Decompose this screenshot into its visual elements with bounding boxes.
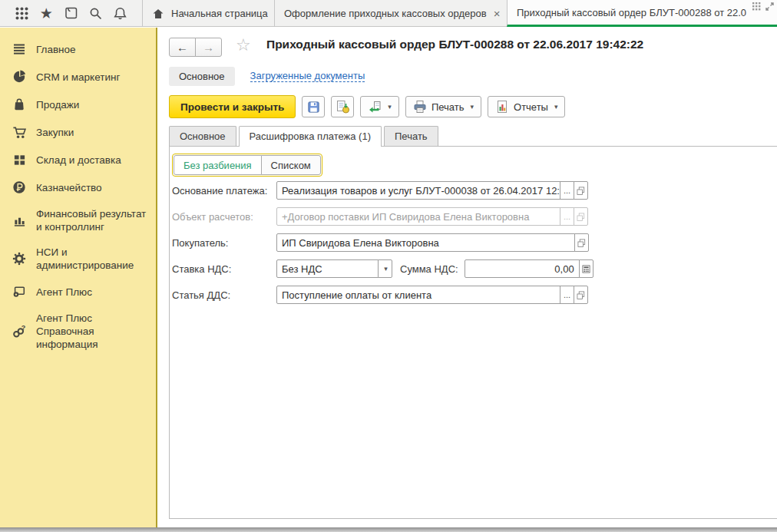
favorite-star-icon[interactable]: ☆ <box>236 37 251 54</box>
choose-button: ... <box>560 207 574 226</box>
open-button[interactable] <box>574 181 588 200</box>
sidebar-item-agent-plus[interactable]: Агент Плюс <box>0 278 156 306</box>
favorites-star-icon[interactable]: ★ <box>38 5 55 22</box>
top-bar: ★ Начальн <box>0 0 777 27</box>
reports-button-label: Отчеты <box>514 101 548 113</box>
open-icon <box>576 186 586 196</box>
bar-chart-icon <box>12 213 27 228</box>
sidebar-item-label: CRM и маркетинг <box>36 71 120 84</box>
sidebar-item-purchases[interactable]: Закупки <box>0 118 156 146</box>
nav-link-loaded-documents[interactable]: Загруженные документы <box>250 70 365 82</box>
tab-main[interactable]: Основное <box>169 126 236 146</box>
form-navigation: Основное Загруженные документы <box>169 66 365 86</box>
open-icon <box>576 290 586 300</box>
chevron-down-icon: ▾ <box>384 265 388 273</box>
post-and-close-button[interactable]: Провести и закрыть <box>169 95 296 118</box>
choose-button[interactable]: ... <box>560 286 574 304</box>
page-title: Приходный кассовый ордер БЛУТ-000288 от … <box>266 38 643 51</box>
sidebar-item-label: Финансовый результат и контроллинг <box>36 207 150 233</box>
toggle-as-list-button[interactable]: Списком <box>261 155 321 175</box>
buyer-input[interactable]: ИП Свиридова Елена Викторовна <box>276 233 575 252</box>
sidebar-item-label: Агент Плюс <box>36 286 92 299</box>
window-tab-label: Оформление приходных кассовых ордеров <box>284 8 487 19</box>
dropdown-button[interactable]: ▾ <box>378 259 392 278</box>
warehouse-icon <box>12 152 27 167</box>
sidebar-item-agent-plus-info[interactable]: ? Агент Плюс Справочная информация <box>0 306 156 357</box>
search-icon[interactable] <box>88 5 104 22</box>
buyer-field: ИП Свиридова Елена Викторовна <box>276 233 589 252</box>
chevron-down-icon: ▾ <box>554 103 558 111</box>
home-icon <box>152 8 164 20</box>
tab-print[interactable]: Печать <box>384 126 438 146</box>
create-based-on-icon <box>368 100 382 114</box>
payment-basis-row: Основание платежа: Реализация товаров и … <box>172 181 777 200</box>
agent-plus-icon <box>12 284 27 299</box>
shopping-bag-icon <box>12 97 27 112</box>
report-icon <box>495 100 509 114</box>
history-icon[interactable] <box>62 5 79 22</box>
vat-sum-field: 0,00 <box>465 259 593 278</box>
agent-plus-info-icon: ? <box>12 324 27 339</box>
cash-flow-item-input[interactable]: Поступление оплаты от клиента <box>276 286 560 304</box>
field-label: Ставка НДС: <box>172 263 276 275</box>
calculator-button[interactable] <box>579 259 593 278</box>
notifications-bell-icon[interactable] <box>112 5 129 22</box>
tab-content-pane: Без разбиения Списком Основание платежа:… <box>169 146 777 519</box>
field-label: Сумма НДС: <box>400 263 458 275</box>
cash-flow-item-row: Статья ДДС: Поступление оплаты от клиент… <box>172 286 777 304</box>
vat-sum-input[interactable]: 0,00 <box>465 259 580 278</box>
create-based-on-button[interactable]: ▾ <box>360 96 399 117</box>
open-icon <box>577 238 587 248</box>
nav-link-main[interactable]: Основное <box>169 67 235 86</box>
window-tab-label: Приходный кассовый ордер БЛУТ-000288 от … <box>517 7 746 18</box>
apps-grid-icon[interactable] <box>13 5 30 22</box>
sidebar-item-main[interactable]: Главное <box>0 35 156 63</box>
sidebar-item-sales[interactable]: Продажи <box>0 91 156 118</box>
sidebar-item-label: Агент Плюс Справочная информация <box>36 312 150 351</box>
open-button <box>574 207 588 226</box>
forward-button[interactable]: → <box>195 38 222 57</box>
sidebar-item-nsi-admin[interactable]: НСИ и администрирование <box>0 240 156 278</box>
command-bar: Провести и закрыть ▾ <box>169 95 565 118</box>
payment-basis-field: Реализация товаров и услуг БЛУТ-000038 о… <box>276 181 588 200</box>
toggle-no-split-button[interactable]: Без разбиения <box>174 155 262 175</box>
window-tab-orders-list[interactable]: Оформление приходных кассовых ордеров × <box>274 0 507 27</box>
save-button[interactable] <box>302 96 325 117</box>
panel-controls <box>752 2 775 12</box>
field-label: Статья ДДС: <box>172 289 276 301</box>
main-menu-icon <box>12 41 27 57</box>
expand-icon[interactable] <box>765 2 775 12</box>
sidebar-item-treasury[interactable]: Казначейство <box>0 173 156 201</box>
sidebar-item-warehouse[interactable]: Склад и доставка <box>0 146 156 173</box>
print-button[interactable]: Печать ▾ <box>405 96 481 117</box>
open-button[interactable] <box>574 233 589 252</box>
pie-chart-icon <box>12 69 27 84</box>
close-icon[interactable]: × <box>494 8 501 19</box>
print-button-label: Печать <box>431 101 465 113</box>
vat-row: Ставка НДС: Без НДС ▾ Сумма НДС: 0,00 <box>172 259 777 278</box>
buyer-row: Покупатель: ИП Свиридова Елена Викторовн… <box>172 233 777 252</box>
sidebar-item-label: Продажи <box>36 98 79 111</box>
payment-details-form: Основание платежа: Реализация товаров и … <box>172 181 777 304</box>
sections-sidebar: Главное CRM и маркетинг Продажи Закупки … <box>0 28 157 527</box>
open-button[interactable] <box>574 286 588 304</box>
payment-basis-input[interactable]: Реализация товаров и услуг БЛУТ-000038 о… <box>276 181 560 200</box>
post-document-button[interactable] <box>331 96 354 117</box>
svg-text:?: ? <box>21 325 26 332</box>
window-tab-home[interactable]: Начальная страница <box>142 0 274 27</box>
vat-rate-field: Без НДС ▾ <box>276 259 392 278</box>
calculator-icon <box>581 264 591 274</box>
choose-button[interactable]: ... <box>560 181 574 200</box>
sidebar-item-finance[interactable]: Финансовый результат и контроллинг <box>0 201 156 240</box>
sidebar-item-crm[interactable]: CRM и маркетинг <box>0 63 156 91</box>
sidebar-item-label: НСИ и администрирование <box>36 246 150 272</box>
top-bar-icons: ★ <box>0 0 142 27</box>
panel-grid-icon[interactable] <box>752 2 762 12</box>
tab-payment-details[interactable]: Расшифровка платежа (1) <box>239 126 382 147</box>
back-button[interactable]: ← <box>169 38 196 57</box>
history-navigation: ← → <box>169 38 222 57</box>
gear-icon <box>12 251 27 266</box>
reports-button[interactable]: Отчеты ▾ <box>488 96 565 117</box>
window-tab-current-order[interactable]: Приходный кассовый ордер БЛУТ-000288 от … <box>507 0 777 27</box>
vat-rate-select[interactable]: Без НДС <box>276 259 379 278</box>
